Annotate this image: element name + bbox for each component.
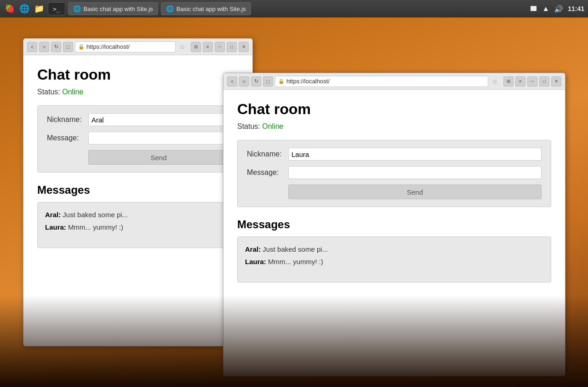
status-label-1: Status: — [37, 88, 60, 96]
nickname-label-2: Nickname: — [247, 150, 288, 158]
messages-box-1: Aral: Just baked some pi... Laura: Mmm..… — [37, 202, 239, 248]
nickname-input-2[interactable] — [288, 148, 542, 161]
status-label-2: Status: — [237, 122, 260, 130]
tab1-globe-icon: 🌐 — [73, 5, 81, 12]
minimize-btn-1[interactable]: ─ — [215, 42, 225, 52]
browser-window-1: < > ↻ □ 🔒 https://localhost/ ☆ ⊞ ≡ ─ □ ✕… — [23, 38, 253, 347]
browser-content-1: Chat room Status: Online Nickname: Messa… — [23, 55, 252, 346]
send-button-2[interactable]: Send — [288, 185, 542, 199]
raspberry-icon[interactable]: 🍓 — [4, 3, 16, 15]
nickname-row-2: Nickname: — [247, 148, 542, 161]
tab2-label: Basic chat app with Site.js — [177, 6, 246, 12]
extensions-btn-1[interactable]: ⊞ — [191, 42, 201, 52]
minimize-btn-2[interactable]: ─ — [527, 76, 537, 87]
message-label-1: Message: — [47, 134, 88, 142]
nickname-label-1: Nickname: — [47, 116, 88, 124]
message-input-2[interactable] — [288, 166, 542, 179]
forward-btn-2[interactable]: > — [239, 76, 249, 87]
taskbar: 🍓 🌐 📁 >_ >_ 🌐 Basic chat app with Site.j… — [0, 0, 588, 17]
bluetooth-icon: ⯀ — [530, 5, 537, 13]
address-text-1: https://localhost/ — [86, 43, 130, 50]
back-btn-1[interactable]: < — [27, 42, 37, 52]
terminal-icon: >_ — [53, 6, 60, 12]
message-text-1-1: Just baked some pi... — [63, 211, 128, 219]
back-btn-2[interactable]: < — [227, 76, 237, 87]
lock-icon-1: 🔒 — [78, 44, 85, 50]
messages-title-1: Messages — [37, 184, 239, 196]
status-line-2: Status: Online — [237, 122, 551, 131]
page-title-2: Chat room — [237, 101, 551, 118]
close-btn-2[interactable]: ✕ — [551, 76, 561, 87]
forward-btn-1[interactable]: > — [39, 42, 49, 52]
browser-chrome-1: < > ↻ □ 🔒 https://localhost/ ☆ ⊞ ≡ ─ □ ✕ — [23, 39, 252, 55]
close-btn-1[interactable]: ✕ — [239, 42, 249, 52]
volume-icon: 🔊 — [554, 5, 563, 13]
message-input-1[interactable] — [88, 132, 229, 144]
messages-title-2: Messages — [237, 218, 551, 231]
status-value-1: Online — [62, 88, 83, 96]
screenshot-btn-1[interactable]: □ — [63, 42, 73, 52]
window-controls-1: ⊞ ≡ ─ □ ✕ — [191, 42, 249, 52]
message-text-1-2: Mmm... yummy! :) — [68, 223, 123, 231]
message-author-1-2: Laura: — [45, 223, 66, 231]
status-line-1: Status: Online — [37, 88, 239, 96]
address-bar-2[interactable]: 🔒 https://localhost/ — [275, 76, 488, 87]
desktop: < > ↻ □ 🔒 https://localhost/ ☆ ⊞ ≡ ─ □ ✕… — [0, 17, 588, 387]
message-1-2: Laura: Mmm... yummy! :) — [45, 222, 231, 233]
nickname-input-1[interactable] — [88, 113, 229, 126]
browser-content-2: Chat room Status: Online Nickname: Messa… — [223, 90, 565, 376]
tab1-label: Basic chat app with Site.js — [84, 6, 153, 12]
message-text-2-1: Just baked some pi... — [263, 245, 328, 253]
menu-btn-2[interactable]: ≡ — [515, 76, 525, 87]
message-2-1: Aral: Just baked some pi... — [245, 244, 543, 255]
window-controls-2: ⊞ ≡ ─ □ ✕ — [503, 76, 561, 87]
message-2-2: Laura: Mmm... yummy! :) — [245, 257, 543, 267]
clock: 11:41 — [568, 5, 584, 12]
message-author-2-1: Aral: — [245, 245, 261, 253]
form-area-2: Nickname: Message: Send — [237, 140, 551, 207]
tab2-btn[interactable]: 🌐 Basic chat app with Site.js — [161, 2, 251, 15]
reload-btn-1[interactable]: ↻ — [51, 42, 61, 52]
taskbar-right: ⯀ ▲ 🔊 11:41 — [530, 5, 584, 13]
globe-icon[interactable]: 🌐 — [18, 3, 30, 15]
browser-chrome-2: < > ↻ □ 🔒 https://localhost/ ☆ ⊞ ≡ ─ □ ✕ — [223, 73, 565, 90]
nickname-row-1: Nickname: — [47, 113, 229, 126]
tab2-globe-icon: 🌐 — [166, 5, 174, 12]
page-title-1: Chat room — [37, 66, 239, 83]
message-label-2: Message: — [247, 168, 288, 177]
message-author-1-1: Aral: — [45, 211, 61, 219]
folder-icon[interactable]: 📁 — [33, 3, 45, 15]
send-button-1[interactable]: Send — [88, 150, 229, 165]
bookmark-btn-2[interactable]: ☆ — [490, 78, 500, 85]
wifi-icon: ▲ — [542, 5, 549, 13]
terminal-btn[interactable]: >_ >_ — [48, 2, 65, 15]
screenshot-btn-2[interactable]: □ — [263, 76, 273, 87]
address-bar-1[interactable]: 🔒 https://localhost/ — [75, 41, 176, 52]
message-text-2-2: Mmm... yummy! :) — [268, 258, 323, 266]
tab1-btn[interactable]: 🌐 Basic chat app with Site.js — [68, 2, 158, 15]
bookmark-btn-1[interactable]: ☆ — [177, 43, 187, 51]
message-row-2: Message: — [247, 166, 542, 179]
message-author-2-2: Laura: — [245, 258, 266, 266]
taskbar-left: 🍓 🌐 📁 >_ >_ 🌐 Basic chat app with Site.j… — [4, 2, 530, 15]
address-text-2: https://localhost/ — [286, 78, 330, 85]
menu-btn-1[interactable]: ≡ — [203, 42, 213, 52]
status-value-2: Online — [262, 122, 283, 130]
lock-icon-2: 🔒 — [278, 78, 285, 84]
form-area-1: Nickname: Message: Send — [37, 105, 239, 173]
extensions-btn-2[interactable]: ⊞ — [503, 76, 514, 87]
message-row-1: Message: — [47, 132, 229, 144]
messages-box-2: Aral: Just baked some pi... Laura: Mmm..… — [237, 237, 551, 283]
maximize-btn-1[interactable]: □ — [227, 42, 237, 52]
reload-btn-2[interactable]: ↻ — [251, 76, 261, 87]
message-1-1: Aral: Just baked some pi... — [45, 210, 231, 220]
browser-window-2: < > ↻ □ 🔒 https://localhost/ ☆ ⊞ ≡ ─ □ ✕… — [223, 73, 565, 376]
maximize-btn-2[interactable]: □ — [539, 76, 549, 87]
